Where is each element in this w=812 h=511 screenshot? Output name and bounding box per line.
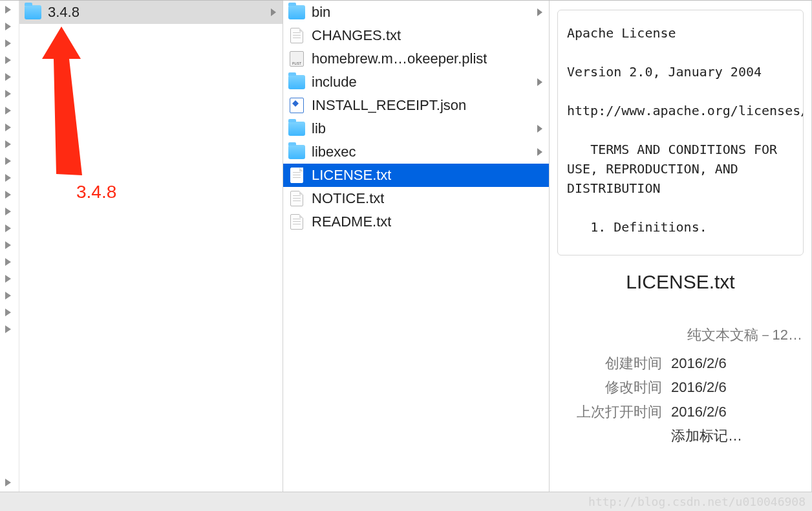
metadata-row: 修改时间2016/2/6 [559, 375, 802, 399]
disclosure-triangle-icon[interactable] [5, 275, 11, 283]
chevron-right-icon [537, 125, 542, 133]
folder-icon [288, 5, 305, 19]
disclosure-triangle-icon[interactable] [5, 241, 11, 249]
text-file-icon [290, 214, 303, 230]
chevron-right-icon [537, 78, 542, 86]
metadata-row: 创建时间2016/2/6 [559, 351, 802, 375]
file-row[interactable]: homebrew.m…okeeper.plist [283, 47, 549, 71]
disclosure-arrow-strip [0, 1, 19, 492]
disclosure-triangle-icon[interactable] [5, 157, 11, 165]
preview-column: Apache License Version 2.0, January 2004… [550, 1, 812, 492]
item-label: libexec [312, 144, 356, 160]
plist-file-icon [290, 51, 304, 67]
json-file-icon [290, 98, 304, 113]
disclosure-triangle-icon[interactable] [5, 191, 11, 199]
metadata-key: 创建时间 [559, 351, 662, 375]
disclosure-triangle-icon[interactable] [5, 23, 11, 30]
folder-icon [288, 75, 305, 89]
metadata-value: 2016/2/6 [671, 351, 727, 375]
annotation-label: 3.4.8 [76, 182, 116, 202]
item-label: include [312, 74, 357, 91]
file-preview: Apache License Version 2.0, January 2004… [557, 10, 804, 256]
disclosure-triangle-icon[interactable] [5, 479, 11, 486]
folder-icon [288, 145, 305, 159]
disclosure-triangle-icon[interactable] [5, 309, 11, 316]
item-label: README.txt [312, 213, 391, 230]
metadata-value: 2016/2/6 [671, 400, 727, 424]
disclosure-triangle-icon[interactable] [5, 90, 11, 98]
folder-row[interactable]: lib [283, 117, 549, 140]
item-label: homebrew.m…okeeper.plist [312, 50, 487, 67]
disclosure-triangle-icon[interactable] [5, 73, 11, 81]
text-file-icon [290, 168, 303, 183]
disclosure-triangle-icon[interactable] [5, 208, 11, 215]
text-file-icon [290, 191, 303, 206]
disclosure-triangle-icon[interactable] [5, 6, 11, 14]
annotation-arrow [42, 27, 107, 182]
metadata-key: 修改时间 [559, 375, 662, 399]
item-label: INSTALL_RECEIPT.json [312, 97, 466, 114]
add-tags-link[interactable]: 添加标记… [671, 424, 742, 448]
item-label: LICENSE.txt [312, 167, 391, 184]
item-label: 3.4.8 [48, 4, 80, 21]
disclosure-triangle-icon[interactable] [5, 174, 11, 182]
bottom-bar: http://blog.csdn.net/u010046908 [0, 492, 812, 511]
preview-filename: LICENSE.txt [550, 271, 811, 293]
text-file-icon [290, 28, 303, 43]
folder-icon [288, 122, 305, 136]
file-metadata: 纯文本文稿－12… 创建时间2016/2/6修改时间2016/2/6上次打开时间… [550, 325, 811, 448]
disclosure-triangle-icon[interactable] [5, 292, 11, 299]
item-label: lib [312, 120, 326, 137]
chevron-right-icon [537, 148, 542, 156]
disclosure-triangle-icon[interactable] [5, 325, 11, 333]
file-row[interactable]: LICENSE.txt [283, 164, 549, 187]
watermark-text: http://blog.csdn.net/u010046908 [588, 495, 806, 508]
file-row[interactable]: NOTICE.txt [283, 187, 549, 210]
metadata-key: 上次打开时间 [559, 400, 662, 424]
column-2: binCHANGES.txthomebrew.m…okeeper.plistin… [283, 1, 550, 492]
folder-row[interactable]: libexec [283, 140, 549, 164]
disclosure-triangle-icon[interactable] [5, 124, 11, 131]
column-1: 3.4.8 3.4.8 [19, 1, 283, 492]
chevron-right-icon [271, 8, 276, 16]
disclosure-triangle-icon[interactable] [5, 224, 11, 232]
file-row[interactable]: README.txt [283, 210, 549, 234]
chevron-right-icon [537, 8, 542, 16]
svg-marker-0 [42, 27, 82, 175]
disclosure-triangle-icon[interactable] [5, 258, 11, 266]
item-label: bin [312, 4, 330, 21]
disclosure-triangle-icon[interactable] [5, 39, 11, 47]
disclosure-triangle-icon[interactable] [5, 140, 11, 148]
metadata-row: 上次打开时间2016/2/6 [559, 400, 802, 424]
file-row[interactable]: INSTALL_RECEIPT.json [283, 94, 549, 117]
folder-row[interactable]: 3.4.8 [19, 1, 283, 24]
metadata-value: 2016/2/6 [671, 375, 727, 399]
finder-window: 3.4.8 3.4.8 binCHANGES.txthomebrew.m…oke… [0, 0, 812, 492]
item-label: NOTICE.txt [312, 190, 384, 207]
folder-row[interactable]: bin [283, 1, 549, 24]
disclosure-triangle-icon[interactable] [5, 107, 11, 114]
file-kind: 纯文本文稿－12… [559, 325, 802, 345]
item-label: CHANGES.txt [312, 27, 401, 44]
folder-icon [25, 5, 41, 19]
folder-row[interactable]: include [283, 71, 549, 94]
disclosure-triangle-icon[interactable] [5, 56, 11, 64]
file-row[interactable]: CHANGES.txt [283, 24, 549, 47]
